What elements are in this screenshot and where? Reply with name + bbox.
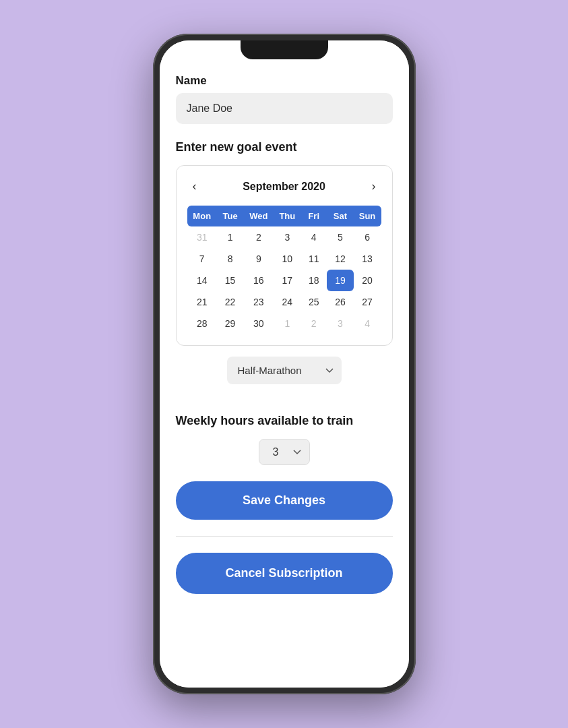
day-header-thu: Thu	[274, 206, 301, 226]
phone-screen: Name Enter new goal event ‹ September 20…	[160, 40, 409, 688]
name-input[interactable]	[176, 93, 393, 124]
calendar-row: 21222324252627	[187, 291, 381, 313]
calendar-day[interactable]: 17	[274, 270, 301, 291]
calendar-day[interactable]: 11	[301, 248, 327, 270]
calendar-day[interactable]: 14	[187, 270, 217, 291]
section-divider	[176, 536, 393, 537]
day-header-wed: Wed	[243, 206, 274, 226]
calendar-day[interactable]: 9	[243, 248, 274, 270]
calendar-day[interactable]: 27	[354, 291, 381, 313]
calendar-day[interactable]: 12	[327, 248, 353, 270]
calendar-day[interactable]: 22	[217, 291, 243, 313]
calendar-day[interactable]: 13	[354, 248, 381, 270]
phone-notch	[241, 40, 328, 59]
calendar-day[interactable]: 10	[274, 248, 301, 270]
weekly-hours-label: Weekly hours available to train	[176, 414, 393, 428]
calendar-row: 31123456	[187, 226, 381, 248]
calendar-row: 2829301234	[187, 313, 381, 334]
calendar-day[interactable]: 3	[274, 226, 301, 248]
phone-frame: Name Enter new goal event ‹ September 20…	[153, 34, 416, 694]
calendar-day[interactable]: 4	[354, 313, 381, 334]
calendar: ‹ September 2020 › Mon Tue Wed Thu Fri S…	[176, 165, 393, 346]
calendar-month-year: September 2020	[243, 181, 325, 193]
screen-content: Name Enter new goal event ‹ September 20…	[160, 40, 409, 688]
calendar-day[interactable]: 5	[327, 226, 353, 248]
calendar-row: 78910111213	[187, 248, 381, 270]
calendar-day[interactable]: 7	[187, 248, 217, 270]
calendar-day[interactable]: 18	[301, 270, 327, 291]
calendar-day[interactable]: 23	[243, 291, 274, 313]
event-type-select[interactable]: 5K10KHalf-MarathonMarathonTriathlon	[227, 357, 342, 384]
calendar-day[interactable]: 21	[187, 291, 217, 313]
calendar-grid: Mon Tue Wed Thu Fri Sat Sun 311234567891…	[187, 206, 381, 334]
hours-select-wrapper: 12345678910	[176, 439, 393, 465]
calendar-day-headers: Mon Tue Wed Thu Fri Sat Sun	[187, 206, 381, 226]
calendar-header: ‹ September 2020 ›	[187, 177, 381, 196]
calendar-day[interactable]: 25	[301, 291, 327, 313]
calendar-day[interactable]: 6	[354, 226, 381, 248]
calendar-day[interactable]: 24	[274, 291, 301, 313]
calendar-day[interactable]: 2	[301, 313, 327, 334]
day-header-sun: Sun	[354, 206, 381, 226]
day-header-mon: Mon	[187, 206, 217, 226]
hours-select[interactable]: 12345678910	[259, 439, 310, 465]
calendar-day[interactable]: 28	[187, 313, 217, 334]
calendar-day[interactable]: 2	[243, 226, 274, 248]
save-changes-button[interactable]: Save Changes	[176, 481, 393, 520]
calendar-row: 14151617181920	[187, 270, 381, 291]
day-header-tue: Tue	[217, 206, 243, 226]
calendar-day[interactable]: 19	[327, 270, 353, 291]
day-header-sat: Sat	[327, 206, 353, 226]
cancel-subscription-button[interactable]: Cancel Subscription	[176, 553, 393, 594]
name-label: Name	[176, 74, 393, 88]
calendar-day[interactable]: 1	[217, 226, 243, 248]
calendar-day[interactable]: 29	[217, 313, 243, 334]
event-type-wrapper: 5K10KHalf-MarathonMarathonTriathlon	[176, 357, 393, 400]
calendar-day[interactable]: 8	[217, 248, 243, 270]
calendar-day[interactable]: 20	[354, 270, 381, 291]
calendar-day[interactable]: 16	[243, 270, 274, 291]
calendar-day[interactable]: 15	[217, 270, 243, 291]
calendar-prev-button[interactable]: ‹	[187, 177, 202, 196]
calendar-next-button[interactable]: ›	[366, 177, 381, 196]
day-header-fri: Fri	[301, 206, 327, 226]
calendar-day[interactable]: 30	[243, 313, 274, 334]
calendar-day[interactable]: 31	[187, 226, 217, 248]
calendar-day[interactable]: 1	[274, 313, 301, 334]
calendar-day[interactable]: 3	[327, 313, 353, 334]
goal-section-title: Enter new goal event	[176, 140, 393, 154]
calendar-day[interactable]: 4	[301, 226, 327, 248]
calendar-day[interactable]: 26	[327, 291, 353, 313]
